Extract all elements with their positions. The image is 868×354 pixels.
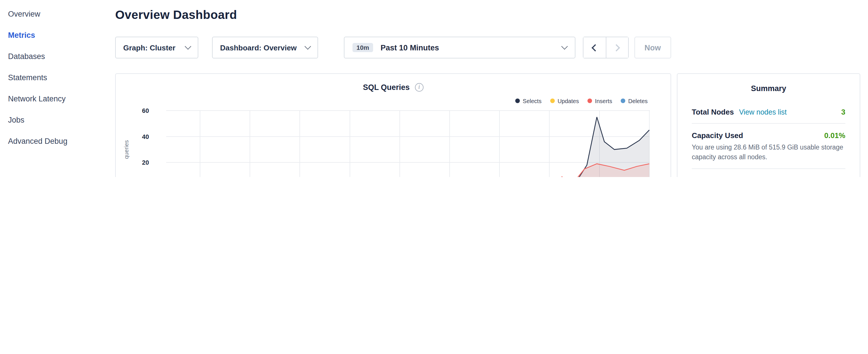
summary-row-value: 3 xyxy=(841,108,845,116)
right-sidebar: Summary Total Nodes View nodes list 3 Ca… xyxy=(677,73,860,177)
summary-row-label: Total Nodes xyxy=(692,108,734,116)
summary-row-total-nodes: Total Nodes View nodes list 3 xyxy=(692,100,845,124)
summary-row-label: Unavailable ranges xyxy=(692,177,760,177)
series-area xyxy=(200,117,649,177)
legend-dot-icon xyxy=(515,99,520,103)
series-area xyxy=(200,164,649,177)
legend-label: Updates xyxy=(558,98,579,104)
y-tick-label: 60 xyxy=(142,107,149,114)
summary-row-unavailable-ranges: Unavailable ranges 0 xyxy=(692,169,845,177)
info-icon[interactable]: i xyxy=(415,83,424,91)
view-nodes-list-link[interactable]: View nodes list xyxy=(739,108,786,116)
now-button[interactable]: Now xyxy=(634,37,671,58)
page-title: Overview Dashboard xyxy=(115,8,671,22)
chevron-down-icon xyxy=(185,43,191,50)
y-tick-label: 20 xyxy=(142,159,149,166)
y-axis-title: queries xyxy=(123,140,129,159)
main-content: Overview Dashboard Graph: Cluster Dashbo… xyxy=(115,0,671,177)
chevron-down-icon xyxy=(561,43,568,50)
sidebar-item-advanced-debug[interactable]: Advanced Debug xyxy=(0,131,112,152)
summary-row-description: You are using 28.6 MiB of 515.9 GiB usab… xyxy=(692,142,845,162)
legend-label: Selects xyxy=(523,98,541,104)
app-root: Overview Metrics Databases Statements Ne… xyxy=(0,0,868,177)
graph-dropdown-label: Graph: Cluster xyxy=(123,43,175,52)
dashboard-dropdown-label: Dashboard: Overview xyxy=(220,43,297,52)
y-tick-label: 40 xyxy=(142,133,149,140)
series-line xyxy=(200,117,649,177)
legend-dot-icon xyxy=(550,99,555,103)
legend-item[interactable]: Selects xyxy=(515,98,541,104)
summary-row-capacity-used: Capacity Used 0.01% You are using 28.6 M… xyxy=(692,124,845,169)
sidebar: Overview Metrics Databases Statements Ne… xyxy=(0,3,112,152)
dashboard-dropdown[interactable]: Dashboard: Overview xyxy=(212,37,318,58)
toolbar: Graph: Cluster Dashboard: Overview 10m P… xyxy=(115,37,671,58)
sidebar-item-jobs[interactable]: Jobs xyxy=(0,109,112,131)
sidebar-item-databases[interactable]: Databases xyxy=(0,46,112,67)
chevron-right-icon xyxy=(612,44,620,51)
sql-queries-plot[interactable]: 020406016:3816:3916:4016:4116:4216:4316:… xyxy=(116,106,672,177)
legend-item[interactable]: Updates xyxy=(550,98,579,104)
time-pager xyxy=(583,37,628,58)
summary-row-value: 0 xyxy=(841,177,845,177)
chart-legend: SelectsUpdatesInsertsDeletes xyxy=(116,97,671,105)
chart-title: SQL Queries xyxy=(363,83,409,91)
summary-row-value: 0.01% xyxy=(824,131,845,140)
legend-label: Deletes xyxy=(628,98,648,104)
summary-panel: Summary Total Nodes View nodes list 3 Ca… xyxy=(677,73,860,177)
legend-label: Inserts xyxy=(595,98,612,104)
sidebar-item-statements[interactable]: Statements xyxy=(0,67,112,88)
sql-queries-panel: SQL Queries i SelectsUpdatesInsertsDelet… xyxy=(115,73,671,177)
chart-title-row: SQL Queries i xyxy=(116,81,671,93)
time-range-value: Past 10 Minutes xyxy=(380,43,439,52)
next-time-button[interactable] xyxy=(606,37,628,58)
chevron-left-icon xyxy=(591,44,599,51)
sidebar-item-overview[interactable]: Overview xyxy=(0,3,112,25)
legend-item[interactable]: Deletes xyxy=(621,98,648,104)
summary-row-label: Capacity Used xyxy=(692,131,743,140)
sidebar-item-network-latency[interactable]: Network Latency xyxy=(0,88,112,109)
legend-dot-icon xyxy=(587,99,592,103)
time-range-badge: 10m xyxy=(352,43,373,52)
summary-title: Summary xyxy=(677,84,860,93)
legend-dot-icon xyxy=(621,99,625,103)
chevron-down-icon xyxy=(305,43,311,50)
prev-time-button[interactable] xyxy=(583,37,606,58)
time-range-picker[interactable]: 10m Past 10 Minutes xyxy=(344,37,575,58)
graph-dropdown[interactable]: Graph: Cluster xyxy=(115,37,198,58)
legend-item[interactable]: Inserts xyxy=(587,98,612,104)
sidebar-item-metrics[interactable]: Metrics xyxy=(0,25,112,46)
